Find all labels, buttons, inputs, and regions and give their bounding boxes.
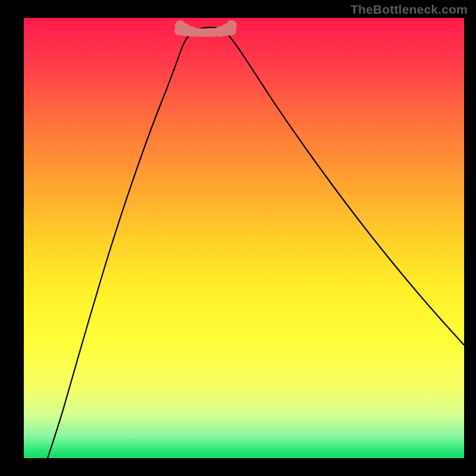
svg-point-5 <box>226 20 237 31</box>
svg-point-2 <box>186 26 197 37</box>
frame: TheBottleneck.com <box>0 0 476 476</box>
watermark-text: TheBottleneck.com <box>350 2 468 17</box>
plot-area <box>24 18 464 458</box>
bottleneck-curve <box>48 27 464 458</box>
chart-svg <box>24 18 464 458</box>
flat-zone-highlight <box>175 20 237 37</box>
